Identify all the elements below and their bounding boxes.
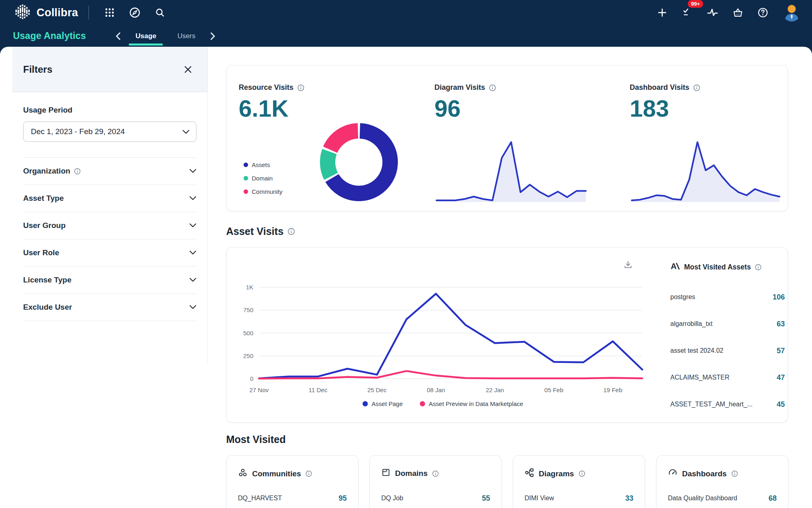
collibra-logo[interactable]: Collibra xyxy=(15,4,78,22)
svg-text:0: 0 xyxy=(250,375,253,382)
usage-period-select[interactable]: Dec 1, 2023 - Feb 29, 2024 xyxy=(23,122,197,142)
info-icon[interactable] xyxy=(305,470,312,477)
diagrams-card: Diagrams DIMI View 33 xyxy=(513,455,645,508)
info-icon[interactable] xyxy=(693,84,700,91)
filter-section-user-role-label: User Role xyxy=(23,248,59,257)
asset-row[interactable]: algarrobilla_txt 63 xyxy=(670,310,785,337)
filter-section-asset-type-label: Asset Type xyxy=(23,194,64,203)
search-icon[interactable] xyxy=(151,3,169,22)
chevron-down-icon xyxy=(189,276,197,284)
svg-text:25 Dec: 25 Dec xyxy=(367,386,387,393)
legend-item-domain[interactable]: Domain xyxy=(244,172,283,185)
asset-visits-card: 02505007501K27 Nov11 Dec25 Dec08 Jan22 J… xyxy=(226,247,788,423)
asset-visits-legend: Asset Page Asset Preview in Data Marketp… xyxy=(238,399,648,408)
filter-section-organization[interactable]: Organization xyxy=(23,158,197,185)
legend-item-assets[interactable]: Assets xyxy=(244,158,283,172)
resource-visits-donut-chart xyxy=(318,122,400,203)
filter-section-user-role[interactable]: User Role xyxy=(23,239,197,267)
info-icon[interactable] xyxy=(489,84,496,91)
info-icon[interactable] xyxy=(731,470,738,477)
legend-item-community[interactable]: Community xyxy=(244,185,283,198)
info-icon[interactable] xyxy=(297,84,304,91)
collibra-logo-icon xyxy=(15,4,31,22)
asset-visit-count: 45 xyxy=(777,400,785,409)
diagram-visits-section: Diagram Visits 96 xyxy=(434,65,597,211)
notification-badge: 99+ xyxy=(688,0,703,8)
list-item[interactable]: Data Quality Dashboard 68 xyxy=(668,491,777,505)
svg-text:05 Feb: 05 Feb xyxy=(544,386,564,393)
tab-users[interactable]: Users xyxy=(167,25,206,47)
diagrams-icon xyxy=(525,468,534,480)
info-icon[interactable] xyxy=(755,264,762,271)
filter-section-exclude-user-label: Exclude User xyxy=(23,303,72,312)
resource-visits-title: Resource Visits xyxy=(239,83,304,92)
close-icon[interactable] xyxy=(181,62,195,77)
info-icon[interactable] xyxy=(74,168,81,175)
filter-section-license-type[interactable]: License Type xyxy=(23,267,197,294)
communities-title: Communities xyxy=(238,468,312,480)
nav-divider xyxy=(89,6,89,20)
user-avatar[interactable] xyxy=(783,4,801,22)
tab-usage-label: Usage xyxy=(136,32,156,40)
diagram-visits-value: 96 xyxy=(434,95,461,122)
asset-row[interactable]: ASSET_TEST_AM_heart_... 45 xyxy=(670,391,785,418)
brand-name: Collibra xyxy=(37,7,78,19)
asset-page-dot xyxy=(363,401,368,406)
legend-item-asset-page[interactable]: Asset Page xyxy=(363,399,403,408)
dashboard-name: Data Quality Dashboard xyxy=(668,495,737,502)
basket-icon[interactable] xyxy=(728,3,747,22)
chevron-down-icon xyxy=(182,127,190,136)
asset-visits-line-chart: 02505007501K27 Nov11 Dec25 Dec08 Jan22 J… xyxy=(238,271,648,397)
svg-text:11 Dec: 11 Dec xyxy=(309,386,328,393)
list-item[interactable]: DIMI View 33 xyxy=(525,491,633,505)
filter-section-asset-type[interactable]: Asset Type xyxy=(23,185,197,212)
diagram-visit-count: 33 xyxy=(625,494,633,503)
filters-header: Filters xyxy=(12,47,207,92)
svg-text:19 Feb: 19 Feb xyxy=(603,386,622,393)
resource-visits-legend: Assets Domain Community xyxy=(244,158,283,198)
most-visited-assets-list: postgres 106 algarrobilla_txt 63 asset t… xyxy=(670,284,785,418)
diagram-name: DIMI View xyxy=(525,495,554,502)
info-icon[interactable] xyxy=(579,470,585,477)
filter-section-user-group[interactable]: User Group xyxy=(23,212,197,239)
list-item[interactable]: DQ_HARVEST 95 xyxy=(238,491,347,505)
list-item[interactable]: DQ Job 55 xyxy=(381,491,490,505)
activity-pulse-icon[interactable] xyxy=(703,3,722,22)
download-icon[interactable] xyxy=(621,258,635,272)
svg-text:08 Jan: 08 Jan xyxy=(427,386,445,393)
chevron-down-icon xyxy=(189,167,197,175)
domain-name: DQ Job xyxy=(381,495,403,502)
tab-usage[interactable]: Usage xyxy=(125,25,167,47)
filter-section-exclude-user[interactable]: Exclude User xyxy=(23,294,197,321)
resource-visits-value: 6.1K xyxy=(239,95,289,122)
dashboards-card: Dashboards Data Quality Dashboard 68 xyxy=(656,455,788,508)
chevron-down-icon xyxy=(189,249,197,256)
legend-item-asset-preview[interactable]: Asset Preview in Data Marketplace xyxy=(420,399,523,408)
visits-summary-card: Resource Visits 6.1K Assets Domain Commu… xyxy=(226,65,788,211)
dashboard-visits-value: 183 xyxy=(630,95,669,122)
svg-text:1K: 1K xyxy=(246,284,253,291)
info-icon[interactable] xyxy=(287,228,295,235)
browse-compass-icon[interactable] xyxy=(125,3,144,22)
asset-icon: A xyxy=(670,261,680,273)
communities-icon xyxy=(238,468,248,480)
tasks-icon[interactable]: 99+ xyxy=(678,3,697,22)
chevron-down-icon xyxy=(189,195,197,202)
asset-row[interactable]: ACLAIMS_MASTER 47 xyxy=(670,364,785,391)
create-plus-icon[interactable] xyxy=(653,3,672,22)
filters-title: Filters xyxy=(23,64,52,75)
info-icon[interactable] xyxy=(432,470,439,477)
domain-visit-count: 55 xyxy=(482,494,490,503)
waffle-menu-icon[interactable] xyxy=(100,3,119,22)
usage-period-value: Dec 1, 2023 - Feb 29, 2024 xyxy=(31,127,125,136)
svg-text:750: 750 xyxy=(243,306,253,313)
domains-card: Domains DQ Job 55 xyxy=(369,455,502,508)
help-icon[interactable] xyxy=(754,3,772,22)
asset-row[interactable]: postgres 106 xyxy=(670,284,785,310)
tab-users-label: Users xyxy=(177,32,195,40)
chevron-right-icon[interactable] xyxy=(206,29,220,43)
filter-section-license-type-label: License Type xyxy=(23,276,71,284)
svg-text:A: A xyxy=(671,262,676,271)
chevron-left-icon[interactable] xyxy=(111,29,125,43)
asset-row[interactable]: asset test 2024.02 57 xyxy=(670,337,785,364)
